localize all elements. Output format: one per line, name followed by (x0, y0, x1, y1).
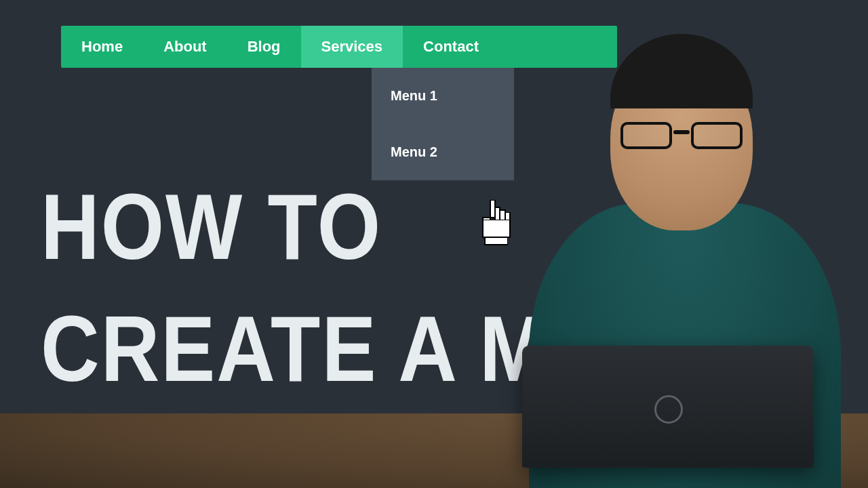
nav-item-label: About (163, 38, 207, 56)
dropdown-item-menu-1[interactable]: Menu 1 (372, 68, 514, 124)
nav-item-label: Blog (248, 38, 281, 56)
headline-line-2: CREATE A MENU (41, 302, 724, 395)
dropdown-item-label: Menu 2 (391, 144, 437, 159)
dropdown-item-label: Menu 1 (391, 88, 437, 103)
nav-item-blog[interactable]: Blog (227, 26, 301, 68)
services-dropdown: Menu 1 Menu 2 (372, 68, 514, 180)
nav-item-label: Services (321, 38, 383, 56)
nav-item-services[interactable]: Services (301, 26, 403, 68)
headline-line-1: HOW TO (41, 180, 724, 273)
nav-item-home[interactable]: Home (61, 26, 143, 68)
desk-surface (0, 413, 868, 488)
nav-item-contact[interactable]: Contact (403, 26, 499, 68)
nav-item-label: Contact (423, 38, 479, 56)
dropdown-item-menu-2[interactable]: Menu 2 (372, 124, 514, 180)
headline: HOW TO CREATE A MENU (41, 180, 724, 383)
main-nav: Home About Blog Services Contact (61, 26, 617, 68)
nav-item-label: Home (81, 38, 123, 56)
nav-item-about[interactable]: About (143, 26, 227, 68)
